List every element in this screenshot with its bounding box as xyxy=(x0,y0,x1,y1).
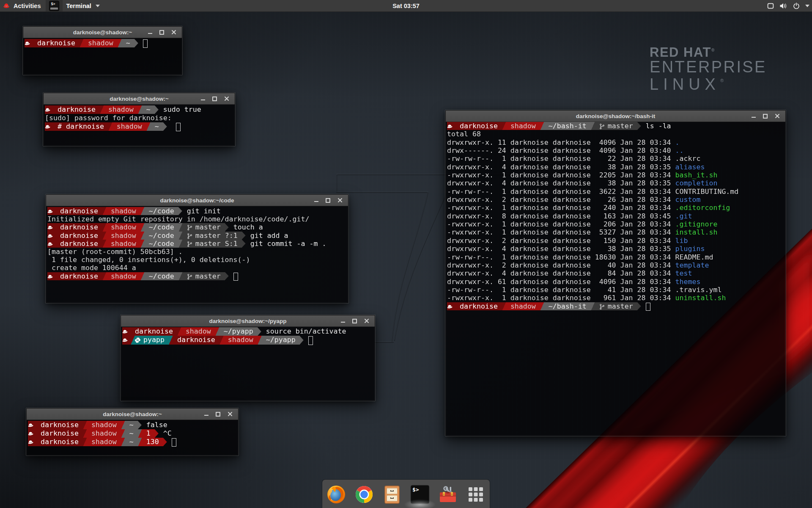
terminal-line: total 68 xyxy=(447,130,785,138)
window-titlebar[interactable]: darknoise@shadow:~/bash-it xyxy=(446,110,785,122)
minimize-button[interactable] xyxy=(200,96,206,102)
powerline-separator xyxy=(219,336,224,344)
window-titlebar[interactable]: darknoise@shadow:~/code xyxy=(46,195,348,206)
terminal-text: drwxrwxr-x. 2 darknoise darknoise 26 Jan… xyxy=(447,196,675,204)
close-button[interactable] xyxy=(774,113,780,119)
prompt-segment-user xyxy=(47,223,52,231)
maximize-button[interactable] xyxy=(351,318,358,324)
close-button[interactable] xyxy=(223,96,230,102)
terminal-text: template xyxy=(675,261,709,269)
caret-down-icon xyxy=(96,5,100,7)
terminal-text: Initialized empty Git repository in /hom… xyxy=(47,215,309,223)
app-menu[interactable]: $> Terminal xyxy=(46,0,104,11)
powerline-arrow xyxy=(637,302,642,310)
terminal-cursor xyxy=(176,123,181,131)
prompt-segment-host: shadow xyxy=(112,122,146,131)
window-titlebar[interactable]: darknoise@shadow:~/pyapp xyxy=(121,315,375,327)
maximize-button[interactable] xyxy=(325,197,331,204)
dock-app-grid[interactable] xyxy=(466,484,486,505)
terminal-text: ^C xyxy=(163,429,172,438)
prompt-segment-user: darknoise xyxy=(451,122,502,130)
terminal-window-pyapp: darknoise@shadow:~/pyapp darknoise shado… xyxy=(121,315,375,401)
terminal-text: .. xyxy=(675,146,683,155)
prompt-segment-user: darknoise xyxy=(49,105,100,114)
terminal-text: git init xyxy=(187,207,221,215)
close-button[interactable] xyxy=(170,29,177,36)
activities-button[interactable]: Activities xyxy=(0,0,46,11)
prompt-segment-host: shadow xyxy=(107,207,140,215)
maximize-button[interactable] xyxy=(211,96,218,102)
terminal-text: git add a xyxy=(250,232,288,240)
terminal-line: -rwxrwxr-x. 1 darknoise darknoise 206 Ja… xyxy=(447,220,785,228)
terminal-text: -rw-rw-r--. 1 darknoise darknoise 22 Jan… xyxy=(447,155,675,163)
terminal-content[interactable]: darknoise shadow ~ false darknoise shado… xyxy=(27,420,238,455)
maximize-button[interactable] xyxy=(215,411,221,417)
terminal-content[interactable]: darknoise shadow ~/bash-it master ls -la… xyxy=(446,122,785,435)
terminal-line: drwxrwxr-x. 11 darknoise darknoise 4096 … xyxy=(447,138,785,146)
window-title: darknoise@shadow:~ xyxy=(103,411,162,417)
prompt-segment-path: ~ xyxy=(142,105,155,114)
window-titlebar[interactable]: darknoise@shadow:~ xyxy=(27,409,238,420)
prompt-segment-git xyxy=(599,122,604,130)
minimize-button[interactable] xyxy=(147,29,153,36)
close-button[interactable] xyxy=(227,411,233,417)
dock-terminal[interactable]: $> xyxy=(410,484,430,505)
fedora-icon xyxy=(44,107,51,113)
powerline-arrow xyxy=(637,122,642,130)
minimize-button[interactable] xyxy=(203,411,209,417)
prompt-segment-user: darknoise xyxy=(126,327,177,336)
maximize-button[interactable] xyxy=(159,29,165,36)
dock-firefox[interactable] xyxy=(326,484,346,505)
close-button[interactable] xyxy=(337,197,343,204)
terminal-cursor xyxy=(646,303,650,311)
minimize-button[interactable] xyxy=(313,197,319,204)
close-button[interactable] xyxy=(363,318,370,324)
dock-toolbox[interactable] xyxy=(438,484,458,505)
dock-files[interactable] xyxy=(382,484,402,505)
minimize-button[interactable] xyxy=(340,318,346,324)
prompt-segment-git: master S:1 xyxy=(191,240,242,248)
prompt-segment-host: shadow xyxy=(107,232,140,240)
prompt-segment-git: master xyxy=(604,122,637,130)
terminal-text: -rwxrwxr-x. 1 darknoise darknoise 206 Ja… xyxy=(447,220,675,228)
terminal-text: -rwxrwxr-x. 1 darknoise darknoise 2205 J… xyxy=(447,171,675,179)
powerline-separator xyxy=(102,272,107,280)
minimize-button[interactable] xyxy=(750,113,757,119)
red-hat-icon xyxy=(3,3,10,9)
terminal-content[interactable]: darknoise shadow ~/code git initInitiali… xyxy=(47,206,348,302)
prompt-segment-path: ~ xyxy=(122,39,134,47)
volume-icon xyxy=(779,3,787,9)
window-title: darknoise@shadow:~/bash-it xyxy=(576,113,656,119)
system-tray[interactable] xyxy=(767,0,809,11)
toolbox-icon xyxy=(438,484,458,505)
maximize-button[interactable] xyxy=(762,113,768,119)
dock-chrome[interactable] xyxy=(354,484,374,505)
prompt-segment-user xyxy=(447,302,451,310)
prompt-segment-venv: pyapp xyxy=(139,336,169,344)
terminal-content[interactable]: darknoise shadow ~ xyxy=(24,38,181,74)
powerline-separator xyxy=(502,122,506,130)
terminal-content[interactable]: darknoise shadow ~/pyapp source bin/acti… xyxy=(121,327,374,400)
screen-icon xyxy=(767,3,774,9)
git-branch-icon xyxy=(187,224,193,231)
prompt-segment-user: darknoise xyxy=(32,421,83,429)
terminal-line: drwxrwxr-x. 4 darknoise darknoise 38 Jan… xyxy=(447,163,785,171)
terminal-app-icon: $> xyxy=(49,1,59,11)
terminal-content[interactable]: darknoise shadow ~ sudo true[sudo] passw… xyxy=(44,105,234,145)
fedora-icon xyxy=(447,123,453,130)
close-icon xyxy=(228,411,233,417)
git-branch-icon xyxy=(599,123,605,130)
prompt-segment-user: darknoise xyxy=(52,240,102,248)
window-titlebar[interactable]: darknoise@shadow:~ xyxy=(44,93,235,105)
terminal-text xyxy=(159,105,163,114)
terminal-line: Initialized empty Git repository in /hom… xyxy=(47,215,348,223)
powerline-arrow xyxy=(225,272,229,280)
terminal-line: darknoise shadow ~/bash-it master xyxy=(447,302,785,310)
terminal-text: test xyxy=(675,269,692,277)
terminal-line: darknoise shadow ~ 1 ^C xyxy=(28,429,238,438)
powerline-arrow xyxy=(134,39,139,47)
clock[interactable]: Sat 03:57 xyxy=(0,0,812,11)
terminal-text: uninstall.sh xyxy=(675,294,726,302)
window-titlebar[interactable]: darknoise@shadow:~ xyxy=(23,27,182,38)
terminal-line: darknoise shadow ~/code master touch a xyxy=(47,223,348,231)
